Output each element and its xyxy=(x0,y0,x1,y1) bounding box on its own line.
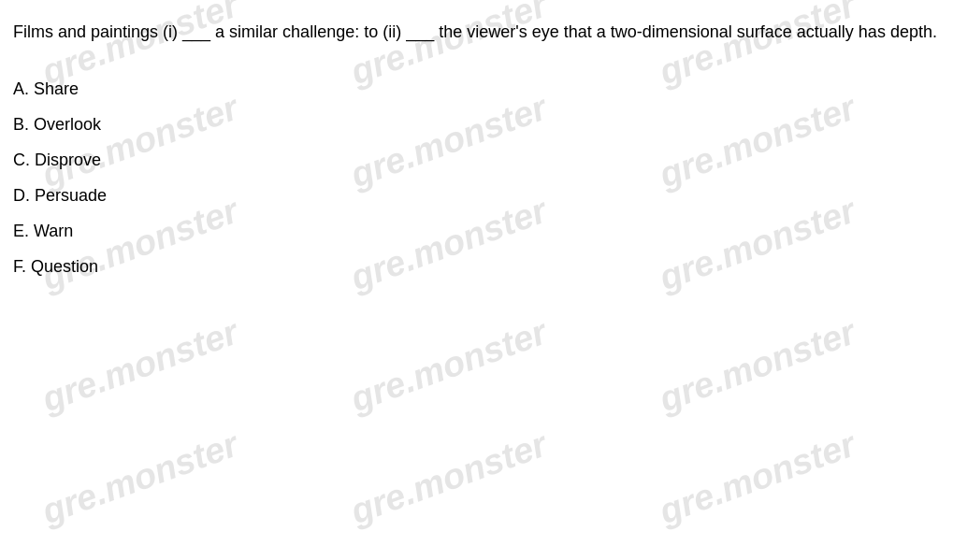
option-f[interactable]: F. Question xyxy=(13,250,940,283)
option-d[interactable]: D. Persuade xyxy=(13,179,940,212)
watermark-11: gre.monster xyxy=(345,312,552,421)
option-c[interactable]: C. Disprove xyxy=(13,143,940,177)
option-a[interactable]: A. Share xyxy=(13,72,940,106)
watermark-10: gre.monster xyxy=(36,312,243,421)
watermark-14: gre.monster xyxy=(345,424,552,533)
main-content: Films and paintings (i) ___ a similar ch… xyxy=(0,0,953,304)
watermark-15: gre.monster xyxy=(654,424,860,533)
watermark-13: gre.monster xyxy=(36,424,243,533)
option-e[interactable]: E. Warn xyxy=(13,214,940,248)
options-list: A. Share B. Overlook C. Disprove D. Pers… xyxy=(13,72,940,283)
watermark-12: gre.monster xyxy=(654,312,860,421)
option-b[interactable]: B. Overlook xyxy=(13,108,940,141)
question-text: Films and paintings (i) ___ a similar ch… xyxy=(13,19,940,46)
